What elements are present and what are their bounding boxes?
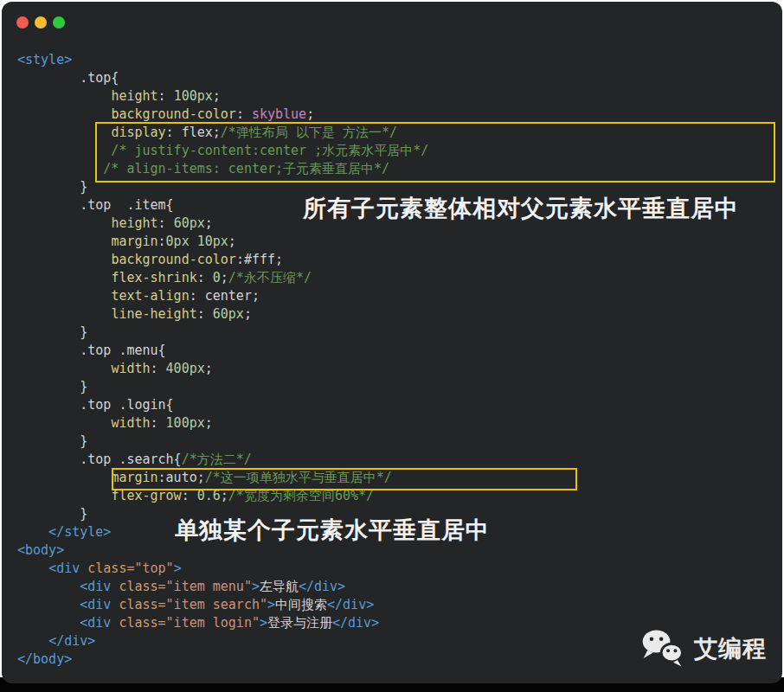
code-line: background-color:#fff; xyxy=(17,251,428,269)
code-line: </body> xyxy=(17,650,428,669)
code-line: <div class="top"> xyxy=(17,560,428,578)
code-line: flex-shrink: 0;/*永不压缩*/ xyxy=(17,269,428,287)
wechat-icon xyxy=(639,626,687,671)
code-line: .top .login{ xyxy=(17,396,428,414)
code-line: .top{ xyxy=(17,69,428,87)
annotation-method2: 单独某个子元素水平垂直居中 xyxy=(175,515,490,546)
brand-watermark: 艾编程 xyxy=(639,626,767,671)
code-line: </div> xyxy=(17,632,428,650)
code-line: } xyxy=(17,432,428,451)
code-line: } xyxy=(17,378,428,396)
code-line: } xyxy=(17,324,428,342)
code-line: <div class="item menu">左导航</div> xyxy=(17,578,428,596)
zoom-button[interactable] xyxy=(53,16,65,29)
code-line: display: flex;/*弹性布局 以下是 方法一*/ xyxy=(17,124,428,142)
code-line: height: 100px; xyxy=(17,87,428,106)
code-line: <style> xyxy=(17,51,428,69)
code-line: flex-grow: 0.6;/*宽度为剩余空间60%*/ xyxy=(17,487,428,505)
minimize-button[interactable] xyxy=(35,16,47,29)
code-block[interactable]: <style> .top{ height: 100px; background-… xyxy=(17,51,428,669)
annotation-method1: 所有子元素整体相对父元素水平垂直居中 xyxy=(303,193,739,224)
code-line: background-color: skyblue; xyxy=(17,106,428,124)
code-line: margin:0px 10px; xyxy=(17,233,428,251)
title-bar xyxy=(16,16,65,29)
code-line: .top .search{/*方法二*/ xyxy=(17,451,428,469)
code-line: <div class="item login">登录与注册</div> xyxy=(17,614,428,632)
code-line: /* justify-content:center ;水元素水平居中*/ xyxy=(17,142,428,160)
code-line: width: 400px; xyxy=(17,360,428,378)
screenshot-canvas: <style> .top{ height: 100px; background-… xyxy=(0,0,784,692)
code-line: line-height: 60px; xyxy=(17,305,428,324)
editor-window: <style> .top{ height: 100px; background-… xyxy=(2,2,782,683)
code-line: <div class="item search">中间搜索</div> xyxy=(17,596,428,614)
code-line: margin:auto;/*这一项单独水平与垂直居中*/ xyxy=(17,469,428,487)
code-line: text-align: center; xyxy=(17,287,428,305)
code-line: .top .menu{ xyxy=(17,342,428,360)
code-line: width: 100px; xyxy=(17,414,428,432)
close-button[interactable] xyxy=(16,16,29,29)
code-line: /* align-items: center;子元素垂直居中*/ xyxy=(17,160,428,178)
brand-label: 艾编程 xyxy=(694,633,767,664)
